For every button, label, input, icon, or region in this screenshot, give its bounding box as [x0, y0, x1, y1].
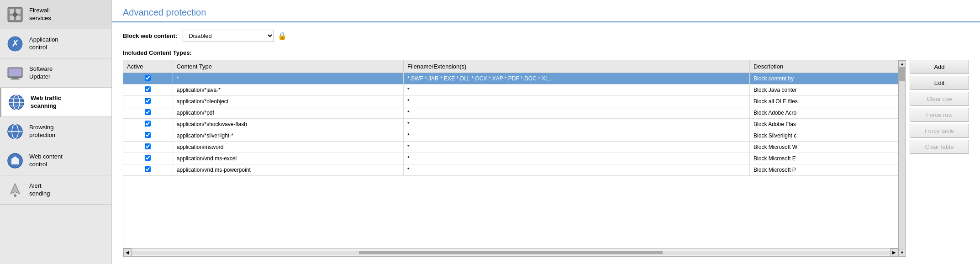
- cell-active: [123, 73, 173, 84]
- active-checkbox[interactable]: [145, 86, 151, 92]
- active-checkbox[interactable]: [145, 155, 151, 161]
- table-row[interactable]: application/*oleobject*Block all OLE fil…: [123, 96, 898, 107]
- sidebar-label-web-traffic-scanning: Web traffic scanning: [31, 95, 61, 110]
- clear-table-button[interactable]: Clear table: [910, 140, 969, 154]
- table-header-row: Active Content Type Filename/Extension(s…: [123, 60, 898, 73]
- content-types-table-body: **.SWF *.JAR *.EXE *.DLL *.OCX *.XAP *.P…: [123, 73, 898, 176]
- col-content-type: Content Type: [173, 60, 403, 73]
- sidebar-label-web-content-control: Web content control: [29, 153, 63, 169]
- cell-content-type: application/*silverlight-*: [173, 130, 403, 142]
- cell-description: Block Microsoft P: [750, 164, 898, 176]
- cell-filename: *: [404, 164, 750, 176]
- vertical-scrollbar[interactable]: ▲ ▼: [898, 60, 906, 256]
- col-filename: Filename/Extension(s): [404, 60, 750, 73]
- cell-active: [123, 164, 173, 176]
- force-table-button[interactable]: Force table: [910, 124, 969, 138]
- scrollbar-thumb: [359, 251, 662, 254]
- sidebar: Firewall services✗Application controlSof…: [0, 0, 112, 264]
- cell-filename: *: [404, 142, 750, 153]
- cell-filename: *: [404, 107, 750, 119]
- sidebar-item-firewall-services[interactable]: Firewall services: [0, 0, 111, 29]
- cell-description: Block Microsoft W: [750, 142, 898, 153]
- cell-active: [123, 153, 173, 164]
- table-scroll-area[interactable]: **.SWF *.JAR *.EXE *.DLL *.OCX *.XAP *.P…: [123, 73, 898, 248]
- table-row[interactable]: **.SWF *.JAR *.EXE *.DLL *.OCX *.XAP *.P…: [123, 73, 898, 84]
- lock-icon: 🔒: [278, 32, 287, 40]
- clear-row-button[interactable]: Clear row: [910, 92, 969, 106]
- active-checkbox[interactable]: [145, 75, 151, 81]
- content-types-table: Active Content Type Filename/Extension(s…: [123, 60, 898, 73]
- block-web-content-label: Block web content:: [123, 32, 177, 39]
- table-row[interactable]: application/*silverlight-**Block Silverl…: [123, 130, 898, 142]
- horizontal-scrollbar[interactable]: ◀ ▶: [123, 248, 898, 256]
- sidebar-item-application-control[interactable]: ✗Application control: [0, 29, 111, 58]
- scroll-down-btn[interactable]: ▼: [899, 249, 906, 256]
- cell-filename: *: [404, 84, 750, 96]
- scrollbar-track[interactable]: [132, 251, 890, 254]
- active-checkbox[interactable]: [145, 132, 151, 138]
- svg-point-21: [14, 194, 16, 197]
- cell-filename: *: [404, 96, 750, 107]
- cell-description: Block Silverlight c: [750, 130, 898, 142]
- table-row[interactable]: application/vnd.ms-powerpoint*Block Micr…: [123, 164, 898, 176]
- table-row[interactable]: application/msword*Block Microsoft W: [123, 142, 898, 153]
- sidebar-label-alert-sending: Alert sending: [29, 182, 50, 198]
- active-checkbox[interactable]: [145, 166, 151, 172]
- cell-active: [123, 96, 173, 107]
- cell-active: [123, 119, 173, 130]
- cell-description: Block Adobe Acro: [750, 107, 898, 119]
- action-buttons-panel: Add Edit Clear row Force row Force table…: [910, 60, 969, 257]
- included-content-types-label: Included Content Types:: [123, 49, 969, 56]
- active-checkbox[interactable]: [145, 143, 151, 149]
- sidebar-icon-software-updater: [5, 63, 25, 83]
- sidebar-icon-web-traffic-scanning: [7, 93, 26, 112]
- cell-active: [123, 84, 173, 96]
- force-row-button[interactable]: Force row: [910, 108, 969, 122]
- table-row[interactable]: application/*shockwave-flash*Block Adobe…: [123, 119, 898, 130]
- active-checkbox[interactable]: [145, 109, 151, 115]
- sidebar-label-firewall-services: Firewall services: [29, 7, 51, 22]
- block-web-content-row: Block web content: Disabled Enabled 🔒: [123, 30, 969, 42]
- col-active: Active: [123, 60, 173, 73]
- sidebar-label-software-updater: Software Updater: [29, 65, 53, 81]
- sidebar-item-web-traffic-scanning[interactable]: Web traffic scanning: [0, 88, 111, 117]
- sidebar-icon-browsing-protection: [5, 122, 25, 141]
- scroll-left-btn[interactable]: ◀: [123, 248, 132, 257]
- sidebar-item-software-updater[interactable]: Software Updater: [0, 58, 111, 88]
- cell-filename: *: [404, 119, 750, 130]
- block-web-content-select[interactable]: Disabled Enabled: [183, 30, 274, 42]
- cell-description: Block Adobe Flas: [750, 119, 898, 130]
- scroll-up-btn[interactable]: ▲: [899, 60, 906, 68]
- scroll-right-btn[interactable]: ▶: [890, 248, 898, 257]
- cell-description: Block all OLE files: [750, 96, 898, 107]
- sidebar-icon-web-content-control: [5, 151, 25, 170]
- cell-active: [123, 107, 173, 119]
- scrollbar-v-track[interactable]: [899, 68, 906, 249]
- page-title: Advanced protection: [123, 7, 969, 18]
- cell-filename: *.SWF *.JAR *.EXE *.DLL *.OCX *.XAP *.PD…: [404, 73, 750, 84]
- cell-content-type: application/msword: [173, 142, 403, 153]
- cell-content-type: application/*oleobject: [173, 96, 403, 107]
- block-web-content-wrapper: Disabled Enabled 🔒: [183, 30, 287, 42]
- table-row[interactable]: application/*pdf*Block Adobe Acro: [123, 107, 898, 119]
- table-inner: Active Content Type Filename/Extension(s…: [123, 60, 906, 256]
- edit-button[interactable]: Edit: [910, 76, 969, 90]
- table-row[interactable]: application/*java-**Block Java conter: [123, 84, 898, 96]
- cell-content-type: application/vnd.ms-powerpoint: [173, 164, 403, 176]
- table-wrapper: Active Content Type Filename/Extension(s…: [123, 60, 906, 257]
- add-button[interactable]: Add: [910, 60, 969, 74]
- svg-point-5: [13, 12, 17, 17]
- sidebar-item-browsing-protection[interactable]: Browsing protection: [0, 117, 111, 146]
- svg-rect-9: [9, 69, 21, 76]
- active-checkbox[interactable]: [145, 98, 151, 104]
- cell-content-type: application/*java-*: [173, 84, 403, 96]
- table-row[interactable]: application/vnd.ms-excel*Block Microsoft…: [123, 153, 898, 164]
- scrollbar-v-thumb: [899, 68, 905, 81]
- main-body: Block web content: Disabled Enabled 🔒 In…: [112, 22, 980, 264]
- cell-active: [123, 130, 173, 142]
- cell-description: Block Microsoft E: [750, 153, 898, 164]
- sidebar-item-web-content-control[interactable]: Web content control: [0, 146, 111, 175]
- table-scroll-content: Active Content Type Filename/Extension(s…: [123, 60, 898, 256]
- active-checkbox[interactable]: [145, 121, 151, 127]
- sidebar-item-alert-sending[interactable]: Alert sending: [0, 175, 111, 205]
